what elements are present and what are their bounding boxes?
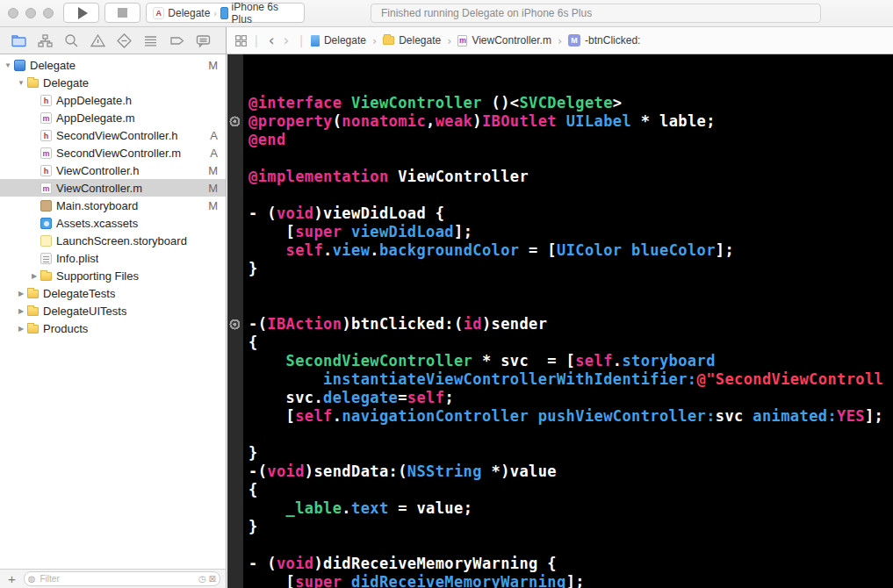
editor[interactable]: @interface ViewController ()<SVCDelgete>…	[227, 54, 893, 588]
find-navigator-icon[interactable]	[63, 32, 80, 49]
code-line	[248, 186, 893, 204]
app-icon: A	[153, 7, 164, 19]
second-toolbar: | ‹ › | Delegate›Delegate›mViewControlle…	[0, 27, 893, 54]
method-icon: M	[568, 34, 580, 47]
status-badge: A	[210, 129, 218, 142]
code-line: instantiateViewControllerWithIdentifier:…	[248, 370, 893, 389]
breadcrumb-item[interactable]: M-btnClicked:	[568, 34, 640, 47]
tree-item[interactable]: Info.plist	[0, 249, 226, 267]
breadcrumb-label: Delegate	[399, 34, 441, 47]
code-line	[248, 57, 893, 75]
plist-icon	[40, 253, 52, 264]
tree-item[interactable]: hAppDelegate.h	[0, 91, 226, 109]
status-badge: M	[208, 59, 218, 72]
breakpoint-navigator-icon[interactable]	[169, 32, 185, 49]
folder-icon	[383, 36, 394, 45]
tree-item[interactable]: hSecondViewController.hA	[0, 126, 226, 144]
breadcrumb-separator: ›	[372, 34, 377, 47]
symbol-navigator-icon[interactable]	[37, 32, 54, 49]
tree-item-label: AppDelegate.m	[56, 111, 135, 125]
disclosure-triangle[interactable]: ▼	[15, 79, 27, 87]
test-navigator-icon[interactable]	[116, 32, 133, 49]
breadcrumb-label: Delegate	[324, 34, 366, 47]
filter-input[interactable]	[39, 573, 196, 584]
code-line: {	[248, 481, 893, 499]
sidebar: ▼DelegateM▼DelegatehAppDelegate.hmAppDel…	[0, 54, 227, 569]
tree-item-label: Assets.xcassets	[56, 217, 138, 230]
editor-gutter	[227, 54, 243, 588]
play-icon	[78, 7, 88, 19]
breadcrumb-separator: ›	[558, 34, 562, 47]
tree-item[interactable]: ▶DelegateUITests	[0, 302, 226, 319]
scheme-selector[interactable]: A Delegate › iPhone 6s Plus	[146, 3, 305, 23]
zoom-button[interactable]	[43, 8, 54, 18]
add-button[interactable]: +	[5, 572, 18, 585]
connection-well-icon[interactable]	[229, 116, 241, 127]
tree-item[interactable]: ▶Supporting Files	[0, 267, 226, 284]
tree-item[interactable]: LaunchScreen.storyboard	[0, 232, 226, 249]
disclosure-triangle[interactable]: ▶	[15, 325, 27, 333]
tree-item[interactable]: ▼DelegateM	[0, 56, 226, 74]
tree-item[interactable]: mAppDelegate.m	[0, 109, 226, 126]
folder-icon	[27, 307, 39, 316]
disclosure-triangle[interactable]: ▼	[2, 61, 14, 69]
code-line: [super viewDidLoad];	[248, 223, 893, 241]
tree-item[interactable]: ▼Delegate	[0, 74, 226, 91]
back-button[interactable]: ‹	[264, 33, 279, 48]
breadcrumb-item[interactable]: mViewController.m	[457, 34, 551, 47]
activity-viewer: Finished running Delegate on iPhone 6s P…	[371, 4, 821, 23]
code-line: - (void)didReceiveMemoryWarning {	[248, 555, 893, 573]
minimize-button[interactable]	[25, 8, 36, 18]
tree-item[interactable]: mSecondViewController.mA	[0, 144, 226, 161]
tree-item[interactable]: hViewController.hM	[0, 161, 226, 179]
breadcrumb-label: ViewController.m	[472, 34, 551, 47]
disclosure-triangle[interactable]: ▶	[28, 272, 40, 280]
breadcrumb-item[interactable]: Delegate	[383, 34, 441, 47]
code-line	[248, 149, 893, 168]
h-icon: h	[40, 95, 52, 106]
forward-button[interactable]: ›	[278, 33, 293, 48]
tree-item-label: ViewController.h	[56, 164, 139, 177]
tree-item[interactable]: Main.storyboardM	[0, 197, 226, 214]
tree-item[interactable]: Assets.xcassets	[0, 214, 226, 232]
tree-item-label: Products	[43, 322, 88, 335]
storyboard-icon	[40, 200, 52, 212]
project-navigator-icon[interactable]	[11, 32, 27, 49]
code-area[interactable]: @interface ViewController ()<SVCDelgete>…	[243, 54, 893, 588]
disclosure-triangle[interactable]: ▶	[15, 307, 27, 315]
tree-item[interactable]: ▶DelegateTests	[0, 284, 226, 302]
toolbar: A Delegate › iPhone 6s Plus Finished run…	[0, 0, 893, 27]
code-line: }	[248, 260, 893, 278]
debug-navigator-icon[interactable]	[142, 32, 159, 49]
chevron-right-icon: ›	[213, 8, 217, 18]
issue-navigator-icon[interactable]	[90, 32, 106, 49]
related-items-icon[interactable]	[234, 33, 248, 48]
filter-field[interactable]: ◍ ◷ ⊠	[24, 571, 220, 586]
flatten-icon[interactable]: ⊠	[209, 575, 216, 584]
stop-button[interactable]	[104, 3, 140, 23]
code-line: @interface ViewController ()<SVCDelgete>	[248, 94, 893, 112]
navigator-bar	[0, 27, 227, 54]
code-line: [self.navigationController pushViewContr…	[248, 407, 893, 426]
report-navigator-icon[interactable]	[195, 32, 212, 49]
filter-icon: ◍	[28, 575, 36, 584]
run-button[interactable]	[63, 3, 99, 23]
device-icon	[220, 7, 228, 19]
connection-well-icon[interactable]	[229, 319, 241, 330]
code-line: self.view.backgroundColor = [UIColor blu…	[248, 241, 893, 260]
tree-item-label: DelegateUITests	[43, 305, 126, 318]
tree-item[interactable]: mViewController.mM	[0, 179, 226, 197]
tree-item-label: Delegate	[43, 76, 89, 90]
breadcrumb-item[interactable]: Delegate	[311, 34, 366, 47]
code-line: - (void)viewDidLoad {	[248, 204, 893, 223]
h-icon: h	[40, 165, 52, 176]
divider: |	[255, 33, 258, 47]
m-icon: m	[40, 147, 52, 159]
clock-icon[interactable]: ◷	[198, 575, 206, 584]
close-button[interactable]	[8, 8, 18, 18]
code-line	[248, 297, 893, 315]
disclosure-triangle[interactable]: ▶	[15, 290, 27, 298]
code-line: -(void)sendData:(NSString *)value	[248, 463, 893, 481]
tree-item[interactable]: ▶Products	[0, 319, 226, 337]
m-icon: m	[40, 112, 52, 124]
